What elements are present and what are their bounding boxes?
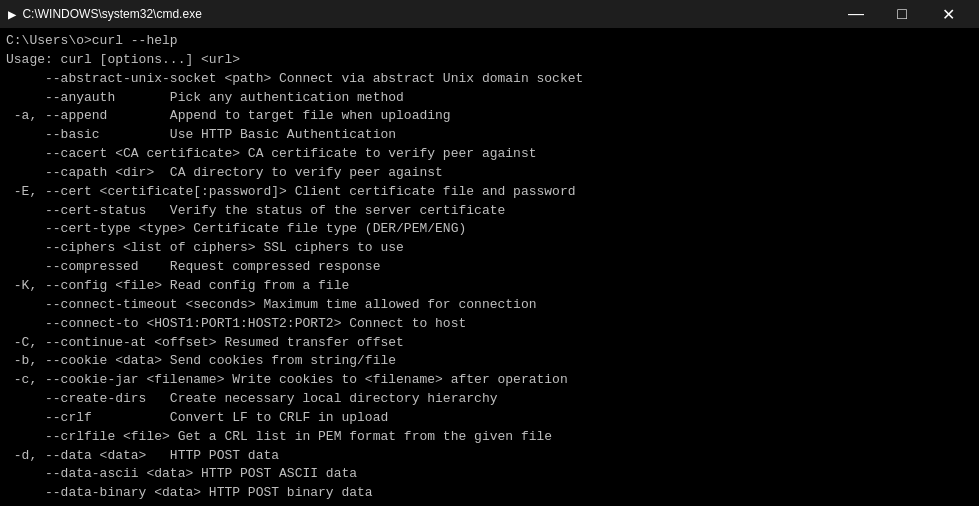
- minimize-button[interactable]: —: [833, 0, 879, 28]
- maximize-button[interactable]: □: [879, 0, 925, 28]
- terminal-line: -b, --cookie <data> Send cookies from st…: [6, 352, 973, 371]
- terminal-line: -C, --continue-at <offset> Resumed trans…: [6, 334, 973, 353]
- terminal-line: -a, --append Append to target file when …: [6, 107, 973, 126]
- window-title: C:\WINDOWS\system32\cmd.exe: [22, 7, 833, 21]
- terminal-output[interactable]: C:\Users\o>curl --helpUsage: curl [optio…: [0, 28, 979, 506]
- terminal-line: -d, --data <data> HTTP POST data: [6, 447, 973, 466]
- close-button[interactable]: ✕: [925, 0, 971, 28]
- terminal-line: --abstract-unix-socket <path> Connect vi…: [6, 70, 973, 89]
- terminal-line: --cert-status Verify the status of the s…: [6, 202, 973, 221]
- cmd-window: ▶ C:\WINDOWS\system32\cmd.exe — □ ✕ C:\U…: [0, 0, 979, 506]
- terminal-line: --ciphers <list of ciphers> SSL ciphers …: [6, 239, 973, 258]
- title-bar: ▶ C:\WINDOWS\system32\cmd.exe — □ ✕: [0, 0, 979, 28]
- terminal-line: --basic Use HTTP Basic Authentication: [6, 126, 973, 145]
- terminal-line: --cert-type <type> Certificate file type…: [6, 220, 973, 239]
- window-icon: ▶: [8, 6, 16, 23]
- terminal-line: --cacert <CA certificate> CA certificate…: [6, 145, 973, 164]
- terminal-line: Usage: curl [options...] <url>: [6, 51, 973, 70]
- terminal-line: --anyauth Pick any authentication method: [6, 89, 973, 108]
- terminal-line: --data-ascii <data> HTTP POST ASCII data: [6, 465, 973, 484]
- terminal-line: --connect-timeout <seconds> Maximum time…: [6, 296, 973, 315]
- terminal-line: -E, --cert <certificate[:password]> Clie…: [6, 183, 973, 202]
- terminal-line: --data-binary <data> HTTP POST binary da…: [6, 484, 973, 503]
- terminal-line: --connect-to <HOST1:PORT1:HOST2:PORT2> C…: [6, 315, 973, 334]
- terminal-line: --create-dirs Create necessary local dir…: [6, 390, 973, 409]
- terminal-line: -c, --cookie-jar <filename> Write cookie…: [6, 371, 973, 390]
- terminal-line: --capath <dir> CA directory to verify pe…: [6, 164, 973, 183]
- terminal-line: --crlfile <file> Get a CRL list in PEM f…: [6, 428, 973, 447]
- window-controls: — □ ✕: [833, 0, 971, 28]
- terminal-line: --crlf Convert LF to CRLF in upload: [6, 409, 973, 428]
- terminal-line: -K, --config <file> Read config from a f…: [6, 277, 973, 296]
- terminal-line: C:\Users\o>curl --help: [6, 32, 973, 51]
- terminal-line: --compressed Request compressed response: [6, 258, 973, 277]
